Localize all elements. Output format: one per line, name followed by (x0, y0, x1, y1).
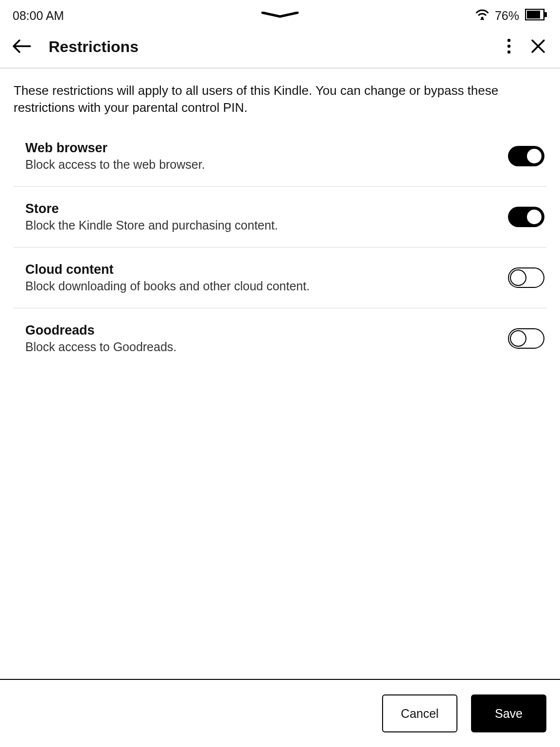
toggle-web-browser[interactable] (508, 146, 544, 166)
restriction-item-goodreads: Goodreads Block access to Goodreads. (14, 308, 546, 369)
page-title: Restrictions (49, 38, 139, 56)
restrictions-list: Web browser Block access to the web brow… (0, 126, 560, 369)
item-title: Goodreads (25, 323, 508, 338)
toggle-goodreads[interactable] (508, 328, 544, 349)
arrow-left-icon (13, 39, 31, 53)
close-icon (531, 39, 545, 53)
footer: Cancel Save (0, 679, 560, 747)
toggle-store[interactable] (508, 207, 544, 227)
back-button[interactable] (13, 39, 31, 55)
item-description: Block access to Goodreads. (25, 340, 508, 354)
svg-point-5 (508, 44, 510, 47)
svg-point-6 (508, 50, 510, 53)
close-button[interactable] (531, 39, 545, 55)
wifi-icon (475, 9, 489, 22)
restriction-item-cloud-content: Cloud content Block downloading of books… (14, 248, 546, 308)
item-title: Cloud content (25, 262, 508, 277)
header: Restrictions (0, 29, 560, 69)
status-time: 08:00 AM (13, 9, 64, 23)
status-bar: 08:00 AM 76% (0, 0, 560, 29)
item-title: Web browser (25, 141, 508, 156)
item-description: Block the Kindle Store and purchasing co… (25, 218, 508, 232)
restriction-item-web-browser: Web browser Block access to the web brow… (14, 126, 546, 187)
toggle-cloud-content[interactable] (508, 267, 544, 288)
restriction-item-store: Store Block the Kindle Store and purchas… (14, 187, 546, 248)
page-description: These restrictions will apply to all use… (0, 69, 560, 126)
item-description: Block downloading of books and other clo… (25, 279, 508, 293)
svg-rect-2 (527, 11, 540, 18)
svg-point-4 (508, 38, 510, 41)
svg-point-0 (481, 17, 483, 19)
item-description: Block access to the web browser. (25, 158, 508, 172)
svg-rect-3 (544, 12, 547, 17)
battery-percentage: 76% (495, 9, 519, 23)
battery-icon (525, 9, 547, 22)
pull-down-handle-icon[interactable] (261, 12, 299, 20)
item-title: Store (25, 201, 508, 216)
cancel-button[interactable]: Cancel (382, 694, 457, 732)
more-options-button[interactable] (507, 38, 511, 56)
status-right: 76% (475, 9, 547, 23)
save-button[interactable]: Save (471, 694, 546, 732)
more-vertical-icon (507, 38, 511, 54)
